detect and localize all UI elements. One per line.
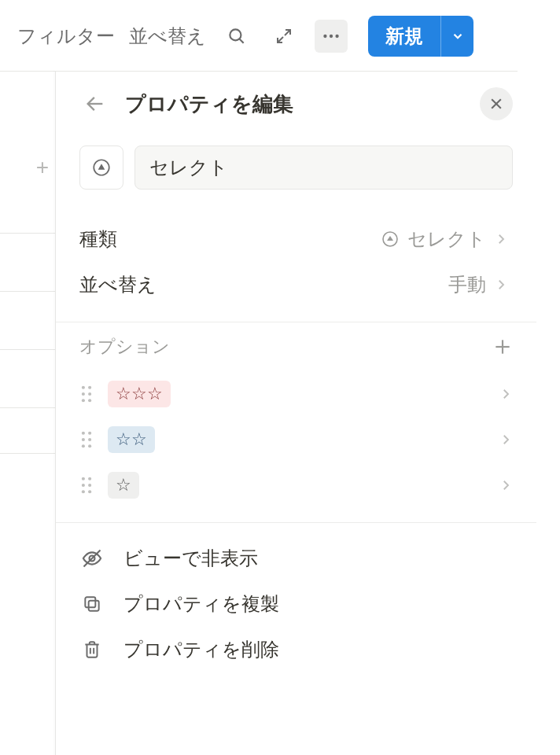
- property-type-row[interactable]: 種類 セレクト: [79, 216, 508, 262]
- svg-rect-37: [85, 597, 95, 607]
- table-row: [0, 363, 55, 408]
- duplicate-label: プロパティを複製: [123, 591, 279, 617]
- hide-in-view-action[interactable]: ビューで非表示: [79, 536, 513, 581]
- svg-point-0: [230, 29, 241, 40]
- chevron-right-icon: [499, 433, 513, 447]
- divider: [56, 522, 536, 523]
- table-row: [0, 408, 55, 454]
- svg-point-33: [88, 490, 91, 493]
- add-column-icon[interactable]: +: [36, 155, 49, 180]
- svg-point-4: [323, 35, 326, 38]
- close-button[interactable]: [480, 87, 513, 120]
- svg-marker-13: [387, 236, 393, 241]
- svg-marker-11: [98, 164, 105, 170]
- svg-point-31: [88, 484, 91, 487]
- chevron-right-icon: [499, 387, 513, 401]
- svg-point-29: [88, 477, 91, 481]
- drag-handle-icon[interactable]: [75, 477, 98, 494]
- duplicate-icon: [79, 594, 105, 614]
- add-option-button[interactable]: [492, 337, 513, 357]
- svg-point-20: [82, 399, 85, 402]
- svg-point-16: [82, 386, 85, 389]
- svg-point-30: [82, 484, 85, 487]
- delete-property-action[interactable]: プロパティを削除: [79, 627, 513, 672]
- property-name-input[interactable]: セレクト: [134, 145, 513, 190]
- expand-icon[interactable]: [267, 20, 300, 53]
- search-icon[interactable]: [220, 20, 253, 53]
- svg-line-3: [278, 37, 283, 42]
- drag-handle-icon[interactable]: [75, 431, 98, 448]
- property-edit-panel: プロパティを編集 セレクト 種類 セレクト: [55, 71, 518, 755]
- svg-point-6: [335, 35, 338, 38]
- delete-label: プロパティを削除: [123, 637, 279, 662]
- svg-rect-36: [89, 601, 99, 611]
- sort-value: 手動: [448, 272, 486, 297]
- chevron-right-icon: [494, 278, 508, 292]
- sort-button[interactable]: 並べ替え: [129, 24, 206, 49]
- sort-label: 並べ替え: [79, 272, 157, 297]
- svg-point-28: [82, 477, 85, 481]
- svg-point-5: [330, 35, 333, 38]
- table-row: [0, 246, 55, 292]
- svg-point-25: [88, 438, 91, 441]
- eye-off-icon: [79, 547, 105, 569]
- svg-point-18: [82, 392, 85, 396]
- more-icon[interactable]: [315, 20, 348, 53]
- divider: [56, 322, 536, 322]
- new-dropdown-button[interactable]: [440, 16, 473, 57]
- table-row: [0, 188, 55, 234]
- duplicate-property-action[interactable]: プロパティを複製: [79, 581, 513, 627]
- hide-label: ビューで非表示: [123, 546, 258, 571]
- svg-line-2: [285, 30, 290, 35]
- svg-point-17: [88, 386, 91, 389]
- property-type-icon[interactable]: [79, 145, 123, 190]
- svg-point-27: [88, 444, 91, 447]
- chevron-right-icon: [499, 478, 513, 492]
- panel-title: プロパティを編集: [125, 90, 466, 118]
- chevron-right-icon: [494, 232, 508, 246]
- type-value: セレクト: [407, 226, 486, 252]
- svg-point-32: [82, 490, 85, 493]
- drag-handle-icon[interactable]: [75, 385, 98, 403]
- type-label: 種類: [79, 226, 117, 252]
- svg-line-1: [239, 39, 243, 42]
- option-row[interactable]: ☆: [79, 462, 513, 508]
- trash-icon: [79, 639, 105, 660]
- back-button[interactable]: [79, 88, 111, 120]
- svg-point-24: [82, 438, 85, 441]
- option-tag: ☆☆☆: [108, 381, 171, 407]
- svg-point-22: [82, 432, 85, 435]
- table-background: +: [0, 71, 55, 755]
- property-sort-row[interactable]: 並べ替え 手動: [79, 262, 508, 308]
- select-type-icon: [381, 230, 400, 249]
- option-row[interactable]: ☆☆☆: [79, 371, 513, 417]
- filter-button[interactable]: フィルター: [17, 24, 115, 49]
- options-header: オプション: [79, 335, 170, 359]
- table-row: [0, 304, 55, 350]
- svg-point-26: [82, 444, 85, 447]
- option-row[interactable]: ☆☆: [79, 417, 513, 462]
- svg-point-19: [88, 392, 91, 396]
- svg-point-23: [88, 432, 91, 435]
- option-tag: ☆: [108, 472, 139, 499]
- option-tag: ☆☆: [108, 426, 155, 453]
- svg-point-21: [88, 399, 91, 402]
- new-button[interactable]: 新規: [368, 16, 440, 57]
